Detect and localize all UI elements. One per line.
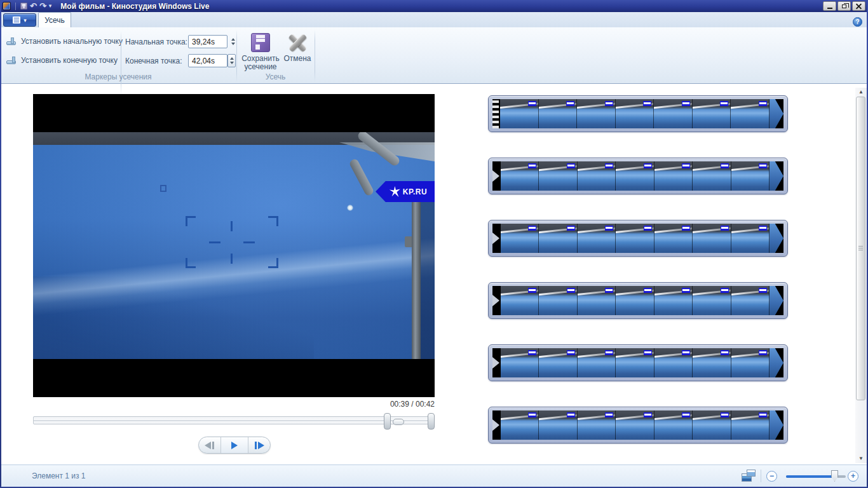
video-frame-thumbnail[interactable]: [731, 410, 770, 440]
next-frame-button[interactable]: [248, 437, 270, 453]
kpru-logo-text: KP.RU: [403, 187, 427, 196]
filmstrip-row[interactable]: [488, 95, 788, 132]
tab-trim[interactable]: Усечь: [38, 12, 71, 27]
redo-icon[interactable]: ↷: [39, 2, 46, 10]
set-start-point-button[interactable]: Установить начальную точку: [4, 34, 125, 48]
divider: [761, 470, 761, 482]
video-frame-thumbnail[interactable]: [501, 286, 539, 315]
hud-overlay: [33, 132, 435, 359]
spin-down-icon: [230, 62, 234, 64]
video-frame-thumbnail[interactable]: [693, 410, 731, 440]
previous-frame-icon: [205, 442, 211, 449]
undo-icon[interactable]: ↶: [30, 2, 37, 10]
qat-dropdown-icon[interactable]: ▾: [49, 3, 52, 9]
video-frame-thumbnail[interactable]: [501, 410, 539, 440]
video-frame-thumbnail[interactable]: [616, 348, 654, 377]
titlebar: ↶ ↷ ▾ Мой фильм - Киностудия Windows Liv…: [0, 0, 868, 12]
vertical-scrollbar[interactable]: ▲ ▼: [855, 88, 867, 463]
scrollbar-thumb[interactable]: [856, 97, 865, 400]
filmstrip-row[interactable]: [488, 158, 788, 194]
video-frame-thumbnail[interactable]: [654, 224, 693, 253]
set-start-icon: [6, 37, 17, 46]
filmstrip-row[interactable]: [488, 407, 788, 444]
video-content: KP.RU: [33, 132, 435, 359]
video-frame-thumbnail[interactable]: [693, 348, 731, 377]
video-frame-thumbnail[interactable]: [693, 161, 731, 191]
filmstrip-row[interactable]: [488, 282, 788, 319]
help-icon[interactable]: ?: [853, 17, 862, 27]
save-trim-label: Сохранить усечение: [241, 55, 280, 71]
video-frame-thumbnail[interactable]: [539, 410, 577, 440]
previous-frame-button[interactable]: [199, 437, 220, 453]
restore-button[interactable]: [837, 1, 851, 11]
video-frame-thumbnail[interactable]: [578, 410, 616, 440]
video-frame-thumbnail[interactable]: [616, 224, 654, 253]
play-button[interactable]: [220, 437, 248, 453]
video-frame-thumbnail[interactable]: [654, 410, 693, 440]
trim-start-handle[interactable]: [384, 413, 391, 430]
video-frame-thumbnail[interactable]: [578, 161, 616, 191]
start-point-label: Начальная точка:: [125, 37, 187, 46]
zoom-in-button[interactable]: +: [848, 471, 858, 482]
kpru-logo: KP.RU: [376, 181, 435, 202]
video-frame-thumbnail[interactable]: [578, 224, 616, 253]
video-frame-thumbnail[interactable]: [501, 161, 539, 191]
video-frame-thumbnail[interactable]: [693, 99, 731, 128]
set-end-point-button[interactable]: Установить конечную точку: [4, 53, 120, 67]
video-frame-thumbnail[interactable]: [654, 161, 693, 191]
status-bar: Элемент 1 из 1 − +: [0, 464, 868, 487]
thumbnail-view-icon[interactable]: [742, 470, 756, 482]
video-frame-thumbnail[interactable]: [616, 410, 654, 440]
application-window: ↶ ↷ ▾ Мой фильм - Киностудия Windows Liv…: [0, 0, 868, 488]
video-frame-thumbnail[interactable]: [731, 161, 770, 191]
video-frame-thumbnail[interactable]: [731, 99, 770, 128]
video-frame-thumbnail[interactable]: [539, 161, 577, 191]
filmstrip-row[interactable]: [488, 220, 788, 257]
video-frame-thumbnail[interactable]: [577, 99, 616, 128]
video-preview[interactable]: KP.RU: [33, 94, 435, 397]
item-count-text: Элемент 1 из 1: [32, 471, 86, 480]
video-frame-thumbnail[interactable]: [693, 286, 731, 315]
end-point-spinner[interactable]: [227, 54, 236, 67]
video-frame-thumbnail[interactable]: [501, 348, 539, 377]
scroll-up-icon[interactable]: ▲: [855, 88, 867, 97]
strip-arrow-icon: [770, 348, 783, 377]
video-frame-thumbnail[interactable]: [616, 161, 654, 191]
video-frame-thumbnail[interactable]: [616, 99, 654, 128]
video-frame-thumbnail[interactable]: [578, 286, 616, 315]
video-frame-thumbnail[interactable]: [654, 99, 693, 128]
video-frame-thumbnail[interactable]: [578, 348, 616, 377]
video-frame-thumbnail[interactable]: [500, 99, 539, 128]
video-frame-thumbnail[interactable]: [654, 286, 693, 315]
cancel-label: Отмена: [283, 55, 311, 63]
filmstrip-row[interactable]: [488, 344, 788, 381]
video-frame-thumbnail[interactable]: [731, 286, 770, 315]
video-frame-thumbnail[interactable]: [616, 286, 654, 315]
end-point-input[interactable]: 42,04s: [188, 54, 227, 67]
video-frame-thumbnail[interactable]: [539, 286, 577, 315]
video-frame-thumbnail[interactable]: [539, 99, 578, 128]
app-icon[interactable]: [3, 2, 11, 10]
video-frame-thumbnail[interactable]: [501, 224, 539, 253]
scroll-down-icon[interactable]: ▼: [855, 454, 867, 463]
video-frame-thumbnail[interactable]: [539, 348, 577, 377]
video-frame-thumbnail[interactable]: [654, 348, 693, 377]
zoom-slider-thumb[interactable]: [831, 470, 838, 482]
start-point-input[interactable]: 39,24s: [188, 35, 227, 48]
video-frame-thumbnail[interactable]: [731, 348, 770, 377]
trim-end-handle[interactable]: [428, 413, 435, 430]
video-frame-thumbnail[interactable]: [539, 224, 577, 253]
close-button[interactable]: [852, 1, 865, 11]
hud-marker: [160, 185, 166, 192]
playhead-handle[interactable]: [393, 419, 404, 425]
seek-bar[interactable]: [33, 416, 435, 424]
video-frame-thumbnail[interactable]: [693, 224, 731, 253]
video-frame-thumbnail[interactable]: [731, 224, 770, 253]
zoom-out-button[interactable]: −: [766, 471, 777, 482]
divider: [315, 30, 315, 82]
save-icon[interactable]: [20, 3, 27, 10]
minimize-button[interactable]: [823, 1, 836, 11]
strip-arrow-icon: [770, 410, 783, 440]
ribbon: Установить начальную точку Установить ко…: [0, 27, 868, 84]
app-menu-button[interactable]: ▾: [3, 13, 36, 27]
